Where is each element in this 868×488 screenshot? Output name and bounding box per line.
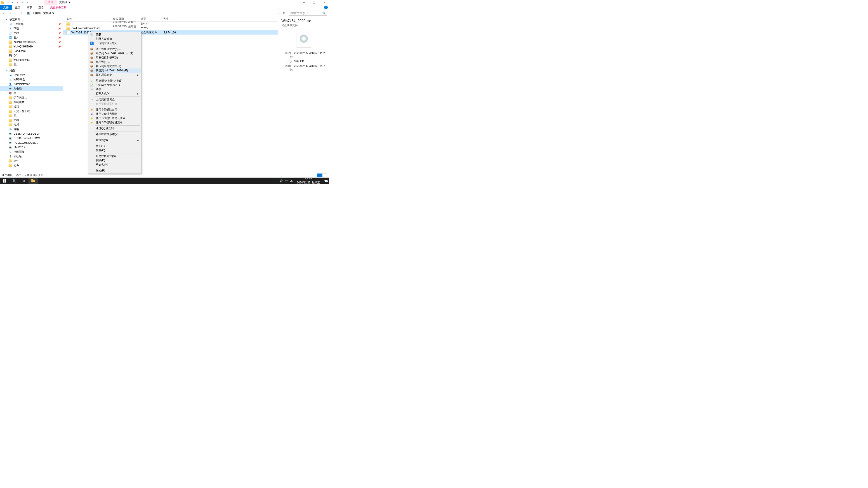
chevron-right-icon[interactable]: › bbox=[55, 12, 55, 14]
ribbon-share[interactable]: 共享 bbox=[24, 5, 35, 10]
ctx-copy[interactable]: 复制(C) bbox=[89, 148, 141, 153]
breadcrumb[interactable]: 💻 › 此电脑 › 文档 (E:) › bbox=[25, 11, 274, 15]
tree-yunqishi[interactable]: YUNQISHI2019📌 bbox=[0, 44, 63, 49]
ctx-mount[interactable]: 💿装载 bbox=[89, 33, 141, 37]
ctx-qq-send[interactable]: 通过QQ发送到 bbox=[89, 126, 141, 131]
tree-saved-pictures[interactable]: 保存的图片 bbox=[0, 95, 63, 100]
ribbon-home[interactable]: 主页 bbox=[12, 5, 24, 10]
ribbon-disc-tools[interactable]: 光盘映像工具 bbox=[47, 5, 70, 10]
tree-network[interactable]: 🖧网络 bbox=[0, 127, 63, 131]
file-row[interactable]: BaiduNetdiskDownload 2020/12/25, 星期五 1..… bbox=[63, 26, 278, 30]
addr-dropdown-icon[interactable]: ⌄ bbox=[276, 11, 280, 15]
tree-camera-roll[interactable]: 本机照片 bbox=[0, 100, 63, 104]
ctx-360-force-del[interactable]: ◉使用 360强力删除 bbox=[89, 112, 141, 116]
tree-software[interactable]: 软件 bbox=[0, 159, 63, 163]
volume-icon[interactable]: 🔊 bbox=[279, 180, 283, 183]
ime-indicator[interactable]: 中 bbox=[285, 179, 288, 183]
tree-win7reinstall[interactable]: win7重装win7 bbox=[0, 58, 63, 62]
tree-pc3[interactable]: 💻PC-20190530OBLA bbox=[0, 140, 63, 145]
ctx-extract-named[interactable]: 📦解压到 Win7x64_2020\ (E) bbox=[89, 68, 141, 73]
tree-pc2[interactable]: 💻DESKTOP-NJEU3CG bbox=[0, 136, 63, 140]
nav-back-button[interactable]: ← bbox=[2, 11, 6, 15]
ctx-360-rightclick[interactable]: ◉使用 360管理右键菜单 bbox=[89, 121, 141, 125]
ctx-cut[interactable]: 剪切(T) bbox=[89, 144, 141, 148]
breadcrumb-pc[interactable]: 此电脑 bbox=[33, 11, 41, 15]
tree-pc1[interactable]: 💻DESKTOP-LSSOEDP bbox=[0, 131, 63, 136]
tree-this-pc[interactable]: 💻此电脑 bbox=[0, 86, 63, 91]
help-icon[interactable]: ? bbox=[324, 6, 328, 9]
search-button[interactable]: 🔍 bbox=[9, 177, 19, 184]
tree-desktop2[interactable]: 🖥桌面 bbox=[0, 68, 63, 73]
ctx-360-unlock[interactable]: ◉使用 360解除占用 bbox=[89, 107, 141, 112]
tree-files-folder[interactable]: 文件 bbox=[0, 163, 63, 168]
tree-music[interactable]: 音乐 bbox=[0, 123, 63, 127]
tree-pictures[interactable]: 🖼图片📌 bbox=[0, 35, 63, 40]
file-row[interactable]: 1 2020/12/15, 星期二 1... 文件夹 bbox=[63, 22, 278, 26]
search-input[interactable]: 搜索"文档 (E:)" 🔍 bbox=[289, 11, 327, 15]
ctx-other-zip[interactable]: 📦其他压缩命令▶ bbox=[89, 73, 141, 77]
tree-pc4[interactable]: 💻ZMT2019 bbox=[0, 145, 63, 150]
ctx-send-to[interactable]: 发送到(N)▶ bbox=[89, 138, 141, 142]
column-type[interactable]: 类型 bbox=[141, 17, 163, 21]
task-view-button[interactable]: ⊞ bbox=[19, 177, 29, 184]
chevron-right-icon[interactable]: › bbox=[31, 12, 32, 14]
action-center-button[interactable]: 💬3 bbox=[322, 180, 329, 183]
tree-recycle-bin[interactable]: 🗑回收站 bbox=[0, 154, 63, 159]
ribbon-expand-icon[interactable]: ⌄ bbox=[319, 6, 323, 9]
start-button[interactable] bbox=[0, 177, 9, 184]
save-icon[interactable]: ✔ bbox=[11, 1, 14, 4]
tray-up-icon[interactable]: ˄ bbox=[276, 180, 277, 183]
tree-pictures3[interactable]: 图片 bbox=[0, 113, 63, 118]
tree-pictures2[interactable]: 图片 bbox=[0, 62, 63, 67]
tree-videos[interactable]: 视频 bbox=[0, 104, 63, 109]
system-tray[interactable]: ˄ 🔊 中 🖧 bbox=[274, 179, 294, 183]
tree-admin[interactable]: 👤Administrator bbox=[0, 82, 63, 86]
ctx-rename[interactable]: 重命名(M) bbox=[89, 163, 141, 167]
explorer-taskbar-button[interactable] bbox=[29, 177, 38, 184]
refresh-icon[interactable]: ⟳ bbox=[282, 11, 287, 15]
ctx-burn[interactable]: 刻录光盘映像 bbox=[89, 37, 141, 41]
view-details-button[interactable] bbox=[317, 173, 322, 177]
ctx-youdao[interactable]: 云上传到有道云笔记 bbox=[89, 41, 141, 45]
column-name[interactable]: 名称˄ bbox=[63, 17, 113, 21]
tree-downloads[interactable]: ⬇下载📌 bbox=[0, 26, 63, 31]
column-size[interactable]: 大小 bbox=[163, 17, 179, 21]
ctx-extract-to[interactable]: 📦解压到(F)... bbox=[89, 60, 141, 64]
ctx-360-trojan[interactable]: ◉使用 360进行木马云查杀 bbox=[89, 116, 141, 121]
tree-bandicam[interactable]: Bandicam bbox=[0, 49, 63, 53]
ctx-share[interactable]: ↗共享 bbox=[89, 87, 141, 92]
ctx-properties[interactable]: 属性(R) bbox=[89, 168, 141, 173]
ctx-add-archive[interactable]: 📦添加到压缩文件(A)... bbox=[89, 47, 141, 51]
ctx-open-360zip[interactable]: 📦用360压缩打开(Q) bbox=[89, 56, 141, 60]
view-icons-button[interactable] bbox=[322, 173, 327, 177]
ribbon-file[interactable]: 文件 bbox=[0, 5, 12, 10]
ctx-notepad[interactable]: 📝Edit with Notepad++ bbox=[89, 83, 141, 87]
tree-excel[interactable]: excel表格制作求和📌 bbox=[0, 40, 63, 44]
close-button[interactable]: ✕ bbox=[319, 0, 329, 5]
tree-control-panel[interactable]: ⚙控制面板 bbox=[0, 150, 63, 154]
tree-quick-access[interactable]: ★快速访问 bbox=[0, 17, 63, 22]
maximize-button[interactable]: ▢ bbox=[309, 0, 319, 5]
navigation-tree[interactable]: ★快速访问 🖥Desktop📌 ⬇下载📌 📄文档📌 🖼图片📌 excel表格制作… bbox=[0, 16, 63, 173]
breadcrumb-drive[interactable]: 文档 (E:) bbox=[43, 11, 54, 15]
qat-dropdown-icon[interactable]: ▾ bbox=[26, 1, 29, 4]
tab-manage[interactable]: 管理 bbox=[44, 0, 57, 5]
chevron-right-icon[interactable]: › bbox=[41, 12, 42, 14]
nav-up-button[interactable]: ↑ bbox=[20, 11, 24, 15]
delete-icon[interactable]: ✕ bbox=[16, 1, 20, 4]
nav-forward-button[interactable]: → bbox=[8, 11, 12, 15]
ctx-shortcut[interactable]: 创建快捷方式(S) bbox=[89, 154, 141, 158]
tree-desktop[interactable]: 🖥Desktop📌 bbox=[0, 22, 63, 26]
tree-library[interactable]: 📚库 bbox=[0, 91, 63, 95]
ctx-add-zip[interactable]: 📦添加到 "Win7x64_2020.zip" (T) bbox=[89, 51, 141, 56]
ctx-baidu[interactable]: ☁上传到百度网盘 bbox=[89, 97, 141, 102]
ctx-open-with[interactable]: 打开方式(H)▶ bbox=[89, 92, 141, 96]
ctx-extract-here[interactable]: 📦解压到当前文件夹(X) bbox=[89, 64, 141, 68]
ribbon-view[interactable]: 查看 bbox=[35, 5, 47, 10]
undo-icon[interactable]: ↶ bbox=[21, 1, 24, 4]
properties-icon[interactable]: ▭ bbox=[6, 1, 9, 4]
tree-documents[interactable]: 📄文档📌 bbox=[0, 31, 63, 35]
tree-tianyi[interactable]: 天翼云盘下载 bbox=[0, 109, 63, 113]
tree-gdrive[interactable]: 💾G:\ bbox=[0, 53, 63, 58]
network-icon[interactable]: 🖧 bbox=[290, 180, 293, 183]
